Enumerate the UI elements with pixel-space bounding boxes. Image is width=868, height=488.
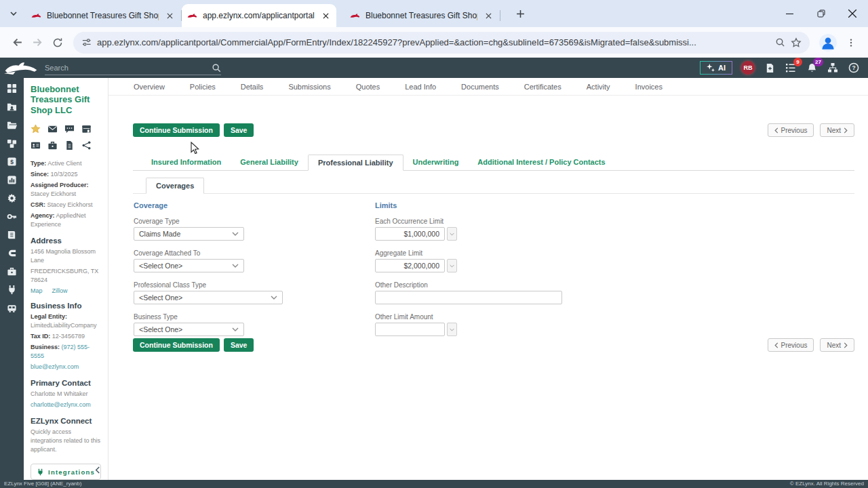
other-description-input[interactable] [375, 291, 562, 304]
chevron-down-icon [232, 264, 239, 268]
appointment-card-icon[interactable] [81, 124, 92, 134]
continue-submission-button-bottom[interactable]: Continue Submission [133, 338, 220, 352]
tab-underwriting[interactable]: Underwriting [403, 155, 469, 170]
browser-tab-3[interactable]: Bluebonnet Treasures Gift Shop [344, 4, 499, 27]
zoom-magnifier-icon[interactable] [775, 37, 785, 47]
coverage-type-select[interactable]: Claims Made [134, 227, 244, 241]
notifications-count-badge: 27 [813, 58, 823, 66]
window-minimize-button[interactable] [774, 0, 805, 27]
email-icon[interactable] [47, 124, 58, 134]
each-occurrence-input[interactable] [375, 227, 445, 241]
ai-assistant-button[interactable]: AI [700, 61, 732, 75]
briefcase-icon[interactable] [7, 266, 18, 277]
text-message-icon[interactable] [64, 124, 75, 134]
tab-insured-information[interactable]: Insured Information [142, 155, 231, 170]
tab-general-liability[interactable]: General Liability [231, 155, 308, 170]
client-actions-row-2 [31, 140, 101, 150]
new-tab-button[interactable] [513, 6, 528, 21]
coverage-attached-select[interactable]: <Select One> [134, 259, 244, 272]
integrations-button[interactable]: Integrations [31, 464, 101, 480]
help-button[interactable]: ? [848, 62, 860, 74]
aggregate-limit-input[interactable] [375, 259, 445, 272]
nav-overview[interactable]: Overview [134, 83, 165, 91]
business-type-select[interactable]: <Select One> [134, 323, 244, 336]
tab-additional-interest[interactable]: Additional Interest / Policy Contacts [468, 155, 614, 170]
zillow-link[interactable]: Zillow [52, 287, 68, 294]
continue-submission-button[interactable]: Continue Submission [133, 123, 220, 137]
tab-professional-liability[interactable]: Professional Liability [308, 155, 403, 171]
nav-documents[interactable]: Documents [461, 83, 499, 91]
primary-contact-email-link[interactable]: charlotte@ezlynx.com [31, 401, 91, 408]
window-restore-button[interactable] [806, 0, 837, 27]
save-button-bottom[interactable]: Save [224, 338, 254, 352]
browser-tab-2-active[interactable]: app.ezlynx.com/applicantportal [182, 4, 336, 27]
new-document-button[interactable] [764, 62, 776, 74]
integrations-network-button[interactable] [827, 62, 839, 74]
client-folder-icon[interactable] [7, 101, 18, 112]
tab-close-icon[interactable] [483, 10, 494, 21]
subtab-coverages[interactable]: Coverages [146, 178, 204, 194]
tab-close-icon[interactable] [164, 10, 175, 21]
plug-icon[interactable] [7, 284, 18, 295]
tab-search-chevron-icon[interactable] [7, 7, 20, 20]
forward-button[interactable] [27, 33, 47, 53]
nav-activity[interactable]: Activity [587, 83, 610, 91]
previous-button-bottom[interactable]: Previous [768, 338, 814, 352]
search-input[interactable] [45, 64, 212, 72]
tasks-count-badge: 9 [793, 58, 802, 66]
bookmark-star-icon[interactable] [791, 37, 802, 48]
tab-close-icon[interactable] [320, 10, 331, 21]
map-link[interactable]: Map [31, 287, 43, 294]
site-settings-icon[interactable] [81, 37, 92, 47]
next-button-bottom[interactable]: Next [820, 338, 854, 352]
other-limit-input[interactable] [375, 323, 445, 336]
contact-card-icon[interactable] [31, 140, 41, 150]
magnet-icon[interactable] [7, 247, 18, 258]
chevron-left-icon [774, 127, 778, 134]
url-text[interactable]: app.ezlynx.com/applicantportal/Commercia… [97, 37, 770, 47]
ai-label: AI [718, 64, 726, 72]
nav-submissions[interactable]: Submissions [288, 83, 330, 91]
reports-chart-icon[interactable] [7, 174, 18, 185]
open-folder-icon[interactable] [7, 119, 18, 130]
forms-blocks-icon[interactable] [7, 138, 18, 148]
browser-tab-1[interactable]: Bluebonnet Treasures Gift Shop [26, 4, 180, 27]
favorite-star-icon[interactable] [31, 124, 41, 134]
save-button[interactable]: Save [224, 123, 254, 137]
next-button[interactable]: Next [820, 123, 854, 137]
aggregate-limit-dropdown-button[interactable] [447, 259, 457, 272]
previous-button[interactable]: Previous [768, 123, 814, 137]
nav-certificates[interactable]: Certificates [524, 83, 561, 91]
sparkle-icon [707, 64, 715, 72]
nav-invoices[interactable]: Invoices [635, 83, 663, 91]
document-icon[interactable] [64, 140, 75, 150]
vehicle-icon[interactable] [7, 302, 18, 313]
back-button[interactable] [7, 33, 27, 53]
search-icon[interactable] [212, 63, 221, 73]
notifications-button[interactable]: 27 [806, 62, 818, 74]
address-bar[interactable]: app.ezlynx.com/applicantportal/Commercia… [73, 32, 810, 54]
user-initials-badge[interactable]: RB [741, 61, 755, 75]
key-icon[interactable] [7, 211, 18, 222]
dashboard-icon[interactable] [7, 83, 18, 94]
nav-lead-info[interactable]: Lead Info [405, 83, 436, 91]
accounting-dollar-icon[interactable]: $ [7, 156, 18, 167]
contacts-book-icon[interactable] [7, 229, 18, 240]
share-icon[interactable] [81, 140, 92, 150]
browser-menu-kebab-icon[interactable] [841, 33, 861, 53]
settings-gear-icon[interactable] [7, 192, 18, 203]
nav-details[interactable]: Details [241, 83, 264, 91]
email-link[interactable]: blue@ezlynx.com [31, 363, 79, 370]
tab-title: Bluebonnet Treasures Gift Shop [366, 11, 477, 20]
policies-briefcase-icon[interactable] [47, 140, 58, 150]
other-limit-dropdown-button[interactable] [447, 323, 457, 336]
nav-quotes[interactable]: Quotes [356, 83, 380, 91]
browser-profile-avatar[interactable] [819, 34, 837, 52]
nav-policies[interactable]: Policies [190, 83, 216, 91]
each-occurrence-dropdown-button[interactable] [447, 227, 457, 241]
window-close-button[interactable] [837, 0, 868, 27]
professional-class-select[interactable]: <Select One> [134, 291, 283, 304]
refresh-button[interactable] [47, 33, 68, 53]
tasks-button[interactable]: 9 [785, 62, 797, 74]
sidebar-collapse-chevron-icon[interactable] [93, 465, 102, 474]
